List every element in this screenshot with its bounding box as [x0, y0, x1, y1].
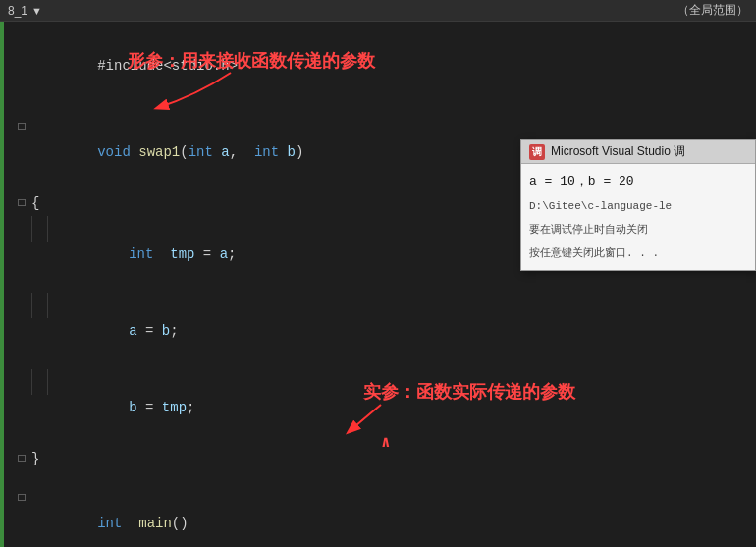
code-line-8: □ } — [12, 446, 756, 471]
code-text-3: void swap1(int a, int b) — [31, 114, 303, 191]
top-bar: 8_1 ▼ （全局范围） — [0, 0, 756, 22]
code-text-8: } — [31, 446, 39, 471]
scope-label: （全局范围） — [677, 2, 748, 19]
code-line-10: □ int main() — [12, 485, 756, 547]
console-titlebar: 调 Microsoft Visual Studio 调 — [521, 140, 755, 164]
indent-guide-6a — [31, 293, 47, 318]
console-icon: 调 — [529, 144, 545, 160]
console-note-line1: 要在调试停止时自动关闭 — [529, 221, 747, 239]
console-note-line2: 按任意键关闭此窗口. . . — [529, 245, 747, 262]
indent-guide-7a — [31, 369, 47, 395]
indent-guide-5b — [47, 216, 63, 242]
code-text-4: { — [31, 191, 39, 216]
code-line-1: #include<stdio.h> — [12, 27, 756, 104]
code-line-7: b = tmp; — [12, 369, 756, 446]
code-text-10: int main() — [31, 485, 189, 547]
console-output-line: a = 10，b = 20 — [529, 172, 747, 191]
console-title: Microsoft Visual Studio 调 — [551, 143, 685, 160]
console-body: a = 10，b = 20 D:\Gitee\c-language-le 要在调… — [521, 164, 755, 270]
line-prefix-3: □ — [12, 114, 31, 139]
code-line-6: a = b; — [12, 293, 756, 369]
line-prefix-10: □ — [12, 485, 31, 511]
indent-guide-7b — [47, 369, 63, 395]
line-prefix-4: □ — [12, 191, 31, 216]
code-text-1: #include<stdio.h> — [31, 27, 238, 104]
code-text-7: b = tmp; — [63, 369, 194, 446]
console-popup: 调 Microsoft Visual Studio 调 a = 10，b = 2… — [520, 139, 756, 271]
code-area: #include<stdio.h> □ void swap1(int a, in… — [0, 22, 756, 547]
filename-label: 8_1 — [8, 4, 27, 18]
code-line-empty-1 — [12, 104, 756, 114]
indent-guide-5a — [31, 216, 47, 242]
filename-dropdown[interactable]: ▼ — [31, 5, 42, 17]
code-text-6: a = b; — [63, 293, 179, 369]
indent-guide-6b — [47, 293, 63, 318]
code-line-empty-2 — [12, 471, 756, 485]
console-path-line: D:\Gitee\c-language-le — [529, 197, 747, 215]
code-text-5: int tmp = a; — [63, 216, 237, 293]
code-content: #include<stdio.h> □ void swap1(int a, in… — [4, 22, 756, 547]
line-prefix-8: □ — [12, 446, 31, 471]
